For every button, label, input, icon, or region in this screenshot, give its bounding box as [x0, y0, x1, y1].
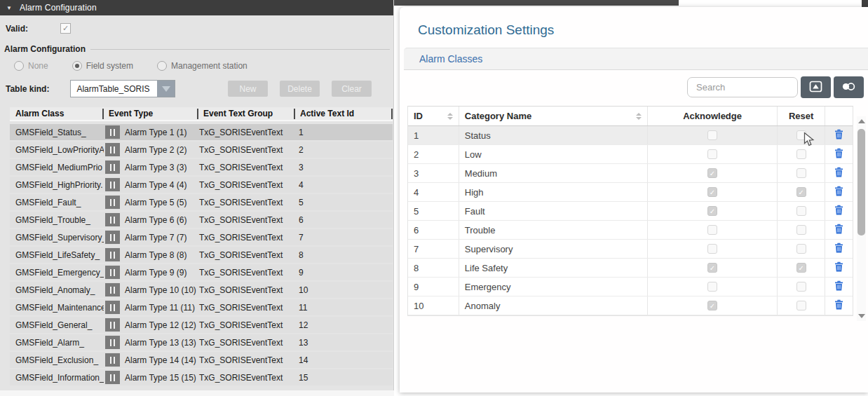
valid-checkbox[interactable]	[60, 23, 71, 34]
reset-checkbox[interactable]	[796, 168, 806, 178]
delete-row-button[interactable]	[834, 243, 843, 255]
table-row[interactable]: GMSField_Information_Alarm Type 15 (15)T…	[10, 369, 393, 385]
toggle-view-button[interactable]	[834, 76, 864, 98]
reset-checkbox[interactable]	[796, 263, 806, 273]
pause-icon[interactable]	[105, 283, 120, 296]
search-input[interactable]	[687, 77, 798, 97]
delete-row-button[interactable]	[834, 167, 843, 179]
pause-icon[interactable]	[105, 213, 120, 226]
reset-checkbox[interactable]	[796, 282, 806, 292]
table-row[interactable]: GMSField_LowPriorityAAlarm Type 2 (2)TxG…	[10, 142, 393, 158]
delete-row-button[interactable]	[834, 148, 843, 161]
pause-icon[interactable]	[105, 336, 120, 349]
delete-row-button[interactable]	[834, 280, 843, 293]
pause-icon[interactable]	[105, 178, 120, 191]
active-text-id-cell: 1	[293, 128, 393, 137]
scroll-down-icon[interactable]	[858, 314, 865, 318]
table-row[interactable]: 5Fault	[408, 202, 853, 221]
column-id[interactable]: ID	[408, 107, 459, 125]
panel-header[interactable]: ▼ Alarm Configuration	[0, 0, 393, 15]
delete-row-button[interactable]	[834, 299, 843, 312]
trash-icon	[834, 205, 843, 217]
vertical-scrollbar[interactable]	[857, 116, 866, 321]
sort-icon[interactable]	[636, 113, 642, 120]
table-row[interactable]: 7Supervisory	[408, 240, 853, 259]
delete-row-button[interactable]	[834, 186, 843, 198]
table-row[interactable]: GMSField_MaintenanceAlarm Type 11 (11)Tx…	[10, 299, 393, 315]
table-row[interactable]: GMSField_Alarm_Alarm Type 13 (13)TxG_SOR…	[10, 334, 393, 350]
sort-icon[interactable]	[447, 113, 453, 120]
acknowledge-checkbox[interactable]	[707, 301, 717, 310]
acknowledge-checkbox[interactable]	[707, 244, 717, 254]
acknowledge-checkbox[interactable]	[707, 187, 717, 197]
table-row[interactable]: GMSField_Anomaly_Alarm Type 10 (10)TxG_S…	[10, 282, 393, 298]
acknowledge-checkbox[interactable]	[707, 168, 717, 178]
table-row[interactable]: GMSField_Trouble_Alarm Type 6 (6)TxG_SOR…	[10, 212, 393, 228]
table-row[interactable]: GMSField_LifeSafety_Alarm Type 8 (8)TxG_…	[10, 247, 393, 263]
radio-management-station[interactable]: Management station	[157, 61, 247, 71]
table-row[interactable]: GMSField_Emergency_Alarm Type 9 (9)TxG_S…	[10, 264, 393, 280]
table-row[interactable]: GMSField_Fault_Alarm Type 5 (5)TxG_SORIS…	[10, 194, 393, 210]
trash-icon	[834, 167, 843, 179]
pause-icon[interactable]	[105, 318, 120, 332]
pause-icon[interactable]	[105, 266, 120, 279]
dropdown-arrow-icon[interactable]	[157, 81, 175, 97]
acknowledge-checkbox[interactable]	[707, 149, 717, 159]
acknowledge-checkbox[interactable]	[707, 263, 717, 273]
active-text-id-cell: 7	[293, 233, 393, 243]
mouse-cursor	[803, 132, 815, 151]
collapse-icon[interactable]: ▼	[6, 5, 12, 11]
reset-checkbox[interactable]	[796, 149, 806, 159]
scroll-thumb[interactable]	[857, 129, 865, 235]
acknowledge-checkbox[interactable]	[707, 225, 717, 235]
table-row[interactable]: GMSField_General_Alarm Type 12 (12)TxG_S…	[10, 317, 393, 333]
table-row[interactable]: GMSField_HighPriority.Alarm Type 4 (4)Tx…	[10, 177, 393, 193]
reset-checkbox[interactable]	[796, 244, 806, 254]
table-row[interactable]: 6Trouble	[408, 221, 853, 240]
radio-none[interactable]: None	[14, 61, 48, 71]
new-button[interactable]: New	[228, 81, 268, 97]
table-row[interactable]: 8Life Safety	[408, 259, 853, 278]
table-row[interactable]: 3Medium	[408, 164, 853, 183]
delete-row-button[interactable]	[834, 224, 843, 236]
acknowledge-checkbox[interactable]	[707, 282, 717, 292]
reset-checkbox[interactable]	[796, 187, 806, 197]
pause-icon[interactable]	[105, 371, 120, 384]
upload-button[interactable]	[801, 76, 831, 98]
table-row[interactable]: 4High	[408, 183, 853, 202]
pause-icon[interactable]	[105, 143, 120, 156]
reset-checkbox[interactable]	[796, 301, 806, 310]
tab-alarm-classes[interactable]: Alarm Classes	[404, 48, 868, 70]
column-actions	[825, 107, 853, 125]
pause-icon[interactable]	[105, 248, 120, 261]
table-kind-dropdown[interactable]: AlarmTable_SORIS	[70, 80, 175, 97]
acknowledge-checkbox[interactable]	[707, 130, 717, 140]
actions-cell	[825, 202, 853, 220]
table-row[interactable]: 10Anomaly	[408, 296, 853, 315]
pause-icon[interactable]	[105, 353, 120, 367]
radio-field-system[interactable]: Field system	[72, 61, 133, 71]
pause-icon[interactable]	[105, 125, 120, 139]
pause-icon[interactable]	[105, 161, 120, 174]
acknowledge-checkbox[interactable]	[707, 206, 717, 216]
delete-row-button[interactable]	[834, 205, 843, 217]
scroll-up-icon[interactable]	[858, 119, 865, 123]
pause-icon[interactable]	[105, 196, 120, 209]
reset-checkbox[interactable]	[796, 225, 806, 235]
reset-checkbox[interactable]	[796, 206, 806, 216]
table-row[interactable]: 9Emergency	[408, 278, 853, 296]
table-row[interactable]: GMSField_Supervisory_Alarm Type 7 (7)TxG…	[10, 229, 393, 245]
clear-button[interactable]: Clear	[332, 81, 372, 97]
table-row[interactable]: 2Low	[408, 145, 853, 164]
delete-row-button[interactable]	[834, 129, 843, 142]
pause-icon[interactable]	[105, 231, 120, 244]
delete-button[interactable]: Delete	[280, 81, 320, 97]
table-row[interactable]: GMSField_MediumPrioAlarm Type 3 (3)TxG_S…	[10, 159, 393, 175]
column-category-name[interactable]: Category Name	[459, 107, 647, 125]
event-type-cell: Alarm Type 8 (8)	[120, 250, 197, 260]
table-row[interactable]: GMSField_Status_Alarm Type 1 (1)TxG_SORI…	[10, 124, 393, 140]
table-row[interactable]: GMSField_Exclusion_Alarm Type 14 (14)TxG…	[10, 352, 393, 368]
delete-row-button[interactable]	[834, 261, 843, 274]
pause-icon[interactable]	[105, 301, 120, 314]
table-row[interactable]: 1Status	[408, 126, 853, 145]
